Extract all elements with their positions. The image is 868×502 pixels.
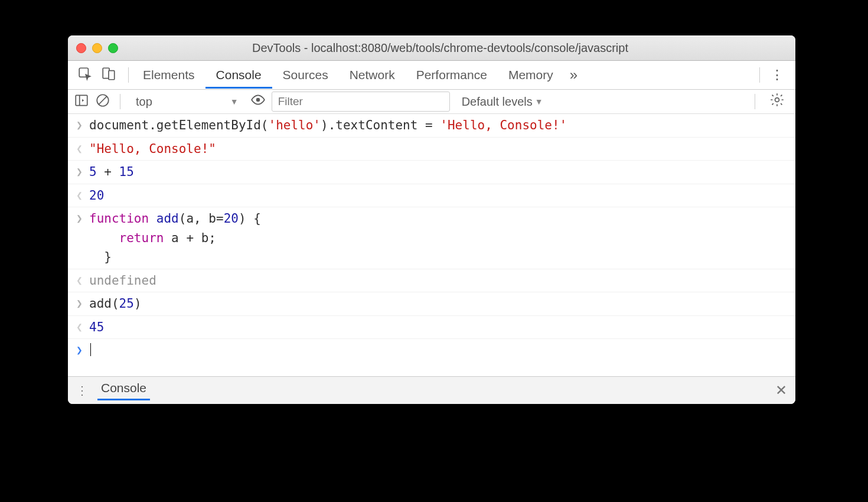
code-content: document.getElementById('hello').textCon… <box>89 116 567 135</box>
code-content: 45 <box>89 318 104 337</box>
close-drawer-icon[interactable]: ✕ <box>775 382 787 399</box>
svg-point-9 <box>775 98 779 102</box>
svg-rect-3 <box>76 95 87 105</box>
drawer-menu-icon[interactable]: ⋮ <box>76 383 87 397</box>
tab-console[interactable]: Console <box>205 62 272 89</box>
input-chevron-icon <box>76 209 89 227</box>
output-chevron-icon <box>76 318 89 335</box>
code-content: 5 + 15 <box>89 162 134 182</box>
svg-point-8 <box>256 98 260 102</box>
drawer-tab-console[interactable]: Console <box>97 381 150 400</box>
input-chevron-icon <box>76 116 89 133</box>
dropdown-icon: ▼ <box>230 97 239 106</box>
input-chevron-icon <box>76 162 89 180</box>
close-window-button[interactable] <box>76 43 86 53</box>
dropdown-icon: ▼ <box>535 97 543 106</box>
more-tabs-icon[interactable]: » <box>564 67 583 83</box>
separator <box>755 94 755 109</box>
separator <box>128 67 129 83</box>
code-content: add(25) <box>89 294 142 314</box>
console-output-line: 20 <box>68 184 795 208</box>
drawer: ⋮ Console ✕ <box>68 376 795 404</box>
console-output-line: "Hello, Console!" <box>68 138 795 161</box>
tab-performance[interactable]: Performance <box>406 62 498 89</box>
filter-input[interactable] <box>272 92 450 112</box>
live-expression-icon[interactable] <box>250 92 266 111</box>
input-chevron-icon <box>76 294 89 312</box>
code-content: undefined <box>89 271 156 291</box>
output-chevron-icon <box>76 271 89 289</box>
devtools-tabs: ElementsConsoleSourcesNetworkPerformance… <box>68 61 795 90</box>
console-input-line: document.getElementById('hello').textCon… <box>68 114 795 138</box>
context-label: top <box>136 95 152 109</box>
clear-console-icon[interactable] <box>95 93 110 111</box>
toggle-console-sidebar-icon[interactable] <box>74 93 89 111</box>
console-output-line: 45 <box>68 316 795 340</box>
devtools-menu-icon[interactable]: ⋮ <box>763 67 789 83</box>
tab-network[interactable]: Network <box>339 62 406 89</box>
code-content: function add(a, b=20) { return a + b; } <box>89 209 261 267</box>
console-output-line: undefined <box>68 269 795 293</box>
prompt-chevron-icon <box>76 341 89 358</box>
console-toolbar: top ▼ Default levels ▼ <box>68 90 795 114</box>
levels-label: Default levels <box>462 95 533 109</box>
inspect-element-icon[interactable] <box>77 66 93 84</box>
console-input-line: function add(a, b=20) { return a + b; } <box>68 207 795 269</box>
tab-sources[interactable]: Sources <box>272 62 339 89</box>
output-chevron-icon <box>76 139 89 157</box>
tab-memory[interactable]: Memory <box>498 62 564 89</box>
console-input-line: add(25) <box>68 292 795 316</box>
svg-rect-2 <box>109 71 115 80</box>
execution-context-selector[interactable]: top ▼ <box>130 94 244 110</box>
code-content: 20 <box>89 186 104 206</box>
console-prompt[interactable] <box>68 339 795 362</box>
console-settings-icon[interactable] <box>765 92 789 111</box>
separator <box>759 67 760 83</box>
window-titlebar: DevTools - localhost:8080/web/tools/chro… <box>68 35 795 61</box>
tab-elements[interactable]: Elements <box>132 62 205 89</box>
log-levels-selector[interactable]: Default levels ▼ <box>462 95 543 109</box>
svg-marker-5 <box>82 99 84 101</box>
svg-line-7 <box>99 96 107 104</box>
devtools-window: DevTools - localhost:8080/web/tools/chro… <box>68 35 795 404</box>
prompt-input[interactable] <box>89 341 91 360</box>
window-title: DevTools - localhost:8080/web/tools/chro… <box>93 41 787 55</box>
code-content: "Hello, Console!" <box>89 139 216 159</box>
device-toolbar-icon[interactable] <box>101 66 116 84</box>
separator <box>120 94 120 109</box>
console-output[interactable]: document.getElementById('hello').textCon… <box>68 114 795 376</box>
console-input-line: 5 + 15 <box>68 161 795 184</box>
output-chevron-icon <box>76 186 89 204</box>
